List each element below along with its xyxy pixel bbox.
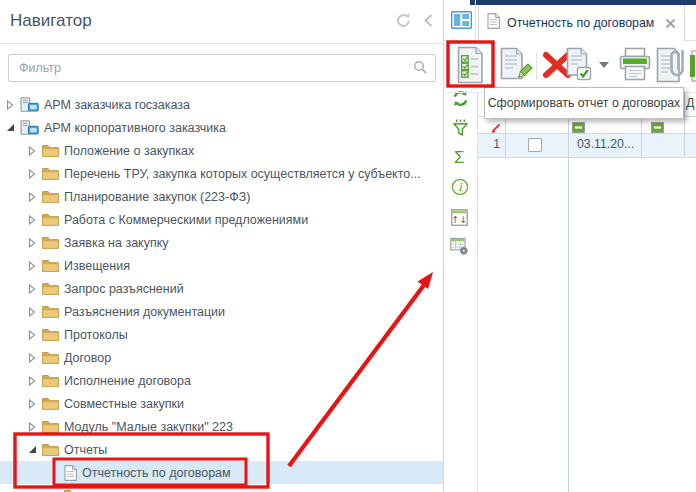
tree-item-label: Договор bbox=[64, 351, 111, 365]
dashboard-icon[interactable] bbox=[451, 11, 472, 33]
create-report-button[interactable] bbox=[453, 45, 488, 85]
row-date-cell: 03.11.20... bbox=[577, 137, 634, 151]
toolbar-separator bbox=[536, 52, 537, 80]
folder-icon bbox=[42, 374, 59, 387]
expander-collapsed-icon[interactable] bbox=[27, 283, 37, 295]
tree-item[interactable]: Протоколы bbox=[0, 323, 443, 346]
expander-collapsed-icon[interactable] bbox=[27, 306, 37, 318]
tabstrip-divider bbox=[475, 0, 476, 40]
search-icon bbox=[413, 60, 428, 79]
tree-item[interactable] bbox=[0, 484, 443, 492]
tree-item[interactable]: Договор bbox=[0, 346, 443, 369]
svg-text:i: i bbox=[458, 181, 463, 194]
tree-item[interactable]: АРМ заказчика госзаказа bbox=[0, 93, 443, 116]
tree-item-selected[interactable]: Отчетность по договорам bbox=[0, 461, 443, 484]
expander-collapsed-icon[interactable] bbox=[27, 191, 37, 203]
tree-item[interactable]: Заявка на закупку bbox=[0, 231, 443, 254]
workstation-icon bbox=[20, 120, 39, 136]
tree-item[interactable]: Положение о закупках bbox=[0, 139, 443, 162]
application-window: Навигатор АРМ заказчика госзаказаАРМ кор… bbox=[0, 0, 696, 492]
table-settings-icon[interactable] bbox=[450, 237, 469, 256]
tree-item-label: АРМ заказчика госзаказа bbox=[44, 98, 190, 112]
tree-item[interactable]: Модуль "Малые закупки" 223 bbox=[0, 415, 443, 438]
confirm-dropdown-arrow-icon[interactable] bbox=[599, 62, 609, 68]
expander-collapsed-icon[interactable] bbox=[27, 237, 37, 249]
tree-item-label: Отчетность по договорам bbox=[82, 466, 231, 480]
row-number-column-icon[interactable] bbox=[491, 119, 501, 137]
expander-collapsed-icon[interactable] bbox=[5, 99, 15, 111]
attachments-button[interactable] bbox=[654, 44, 688, 86]
folder-icon bbox=[42, 282, 59, 295]
filter-input[interactable] bbox=[17, 56, 411, 80]
expander-collapsed-icon[interactable] bbox=[27, 329, 37, 341]
tree-item-label: Разъяснения документации bbox=[64, 305, 225, 319]
filter-field-wrap bbox=[8, 54, 436, 82]
tree-item[interactable]: Извещения bbox=[0, 254, 443, 277]
edit-button[interactable] bbox=[497, 46, 533, 84]
tree-item[interactable]: Разъяснения документации bbox=[0, 300, 443, 323]
tree-item-label: Извещения bbox=[64, 259, 130, 273]
tabstrip-bottom-border bbox=[443, 40, 476, 41]
tree-item[interactable]: Совместные закупки bbox=[0, 392, 443, 415]
tree-item[interactable]: Исполнение договора bbox=[0, 369, 443, 392]
refresh-tree-icon[interactable] bbox=[395, 12, 412, 29]
tree-item-label: Исполнение договора bbox=[64, 374, 191, 388]
info-icon[interactable]: i bbox=[451, 178, 469, 196]
panel-divider[interactable] bbox=[443, 0, 444, 492]
expander-collapsed-icon[interactable] bbox=[27, 352, 37, 364]
collapse-panel-icon[interactable] bbox=[423, 13, 434, 28]
tree-item-label: Запрос разъяснений bbox=[64, 282, 184, 296]
folder-icon bbox=[42, 259, 59, 272]
sum-icon[interactable]: Σ bbox=[454, 148, 465, 168]
folder-icon bbox=[42, 443, 59, 456]
expander-expanded-icon[interactable] bbox=[5, 123, 15, 132]
folder-icon bbox=[42, 236, 59, 249]
expander-expanded-icon[interactable] bbox=[27, 445, 37, 454]
document-icon bbox=[487, 13, 500, 33]
folder-icon bbox=[42, 144, 59, 157]
header-divider bbox=[0, 43, 443, 44]
expander-collapsed-icon[interactable] bbox=[27, 398, 37, 410]
column-filter-icon[interactable] bbox=[651, 119, 664, 137]
folder-icon bbox=[42, 190, 59, 203]
folder-icon bbox=[42, 420, 59, 433]
tab-contract-reporting[interactable]: Отчетность по договорам bbox=[478, 5, 685, 41]
close-tab-icon[interactable] bbox=[665, 18, 676, 29]
expander-collapsed-icon[interactable] bbox=[27, 214, 37, 226]
folder-icon bbox=[42, 397, 59, 410]
tree-item-label: АРМ корпоративного заказчика bbox=[44, 121, 226, 135]
tree-item-label: Модуль "Малые закупки" 223 bbox=[64, 420, 233, 434]
expander-collapsed-icon[interactable] bbox=[27, 145, 37, 157]
expander-collapsed-icon[interactable] bbox=[27, 168, 37, 180]
folder-icon bbox=[42, 328, 59, 341]
sort-icon[interactable]: ↑↓ bbox=[451, 209, 468, 226]
filter-icon[interactable] bbox=[452, 119, 469, 139]
confirm-document-button[interactable] bbox=[565, 46, 594, 83]
expander-collapsed-icon[interactable] bbox=[27, 260, 37, 272]
tree-item-label: Протоколы bbox=[64, 328, 128, 342]
tree-item[interactable]: Планирование закупок (223-ФЗ) bbox=[0, 185, 443, 208]
folder-icon bbox=[42, 305, 59, 318]
folder-icon bbox=[42, 213, 59, 226]
tree-item[interactable]: Отчеты bbox=[0, 438, 443, 461]
navigator-panel: Навигатор АРМ заказчика госзаказаАРМ кор… bbox=[0, 0, 443, 492]
tree-item[interactable]: Запрос разъяснений bbox=[0, 277, 443, 300]
print-button[interactable] bbox=[617, 46, 653, 84]
partial-toolbar-icon[interactable] bbox=[690, 48, 696, 84]
grid-line bbox=[684, 92, 685, 157]
tree-item[interactable]: АРМ корпоративного заказчика bbox=[0, 116, 443, 139]
expander-collapsed-icon[interactable] bbox=[27, 375, 37, 387]
tree-item[interactable]: Перечень ТРУ, закупка которых осуществля… bbox=[0, 162, 443, 185]
row-checkbox[interactable] bbox=[528, 138, 542, 152]
tree-item-label: Планирование закупок (223-ФЗ) bbox=[64, 190, 250, 204]
tooltip-create-report: Сформировать отчет о договорах bbox=[484, 87, 684, 119]
svg-text:↑↓: ↑↓ bbox=[452, 214, 468, 225]
panel-title: Навигатор bbox=[10, 11, 92, 31]
column-filter-icon[interactable] bbox=[572, 119, 585, 137]
tree-item[interactable]: Работа с Коммерческими предложениями bbox=[0, 208, 443, 231]
expander-collapsed-icon[interactable] bbox=[27, 421, 37, 433]
navigation-tree: АРМ заказчика госзаказаАРМ корпоративног… bbox=[0, 93, 443, 492]
row-number-cell: 1 bbox=[478, 137, 500, 151]
document-icon bbox=[64, 465, 77, 481]
folder-icon bbox=[42, 351, 59, 364]
